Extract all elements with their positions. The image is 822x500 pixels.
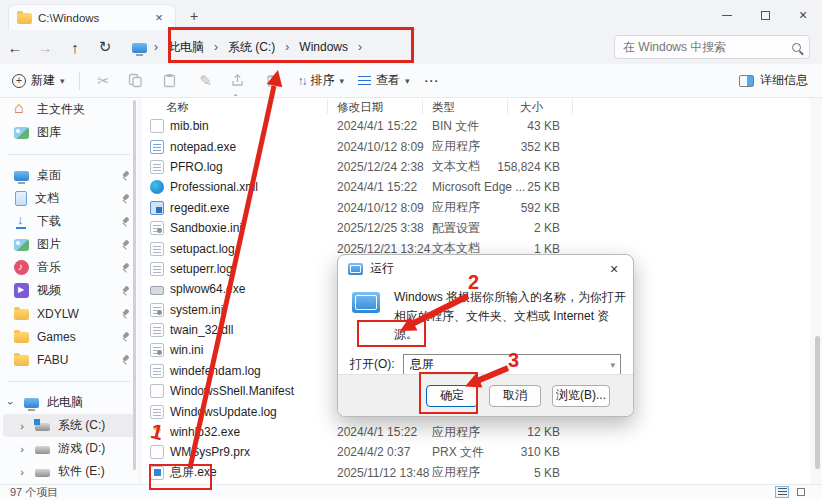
breadcrumb-windows[interactable]: Windows xyxy=(296,39,351,55)
open-combobox[interactable]: ▾ xyxy=(403,354,621,376)
file-size: 310 KB xyxy=(472,445,560,459)
sidebar-item-xdylw[interactable]: XDYLW xyxy=(0,302,138,325)
more-button[interactable]: ⋯ xyxy=(424,72,440,90)
sidebar-item-label: 桌面 xyxy=(37,167,112,184)
sidebar-item-home[interactable]: 主文件夹 xyxy=(0,98,138,121)
view-button[interactable]: 查看 ▾ xyxy=(358,72,410,89)
chevron-collapsed-icon[interactable]: › xyxy=(17,466,27,478)
search-box[interactable] xyxy=(614,35,810,59)
up-button[interactable]: ↑ xyxy=(60,39,90,56)
column-name[interactable]: 名称 xyxy=(166,100,189,115)
pin-icon xyxy=(120,193,130,204)
cut-icon[interactable]: ✂ xyxy=(94,72,114,90)
divider xyxy=(79,72,80,90)
column-divider[interactable] xyxy=(422,100,423,114)
sidebar-item-gallery[interactable]: 图库 xyxy=(0,121,138,144)
sidebar-item-drive-c[interactable]: ›系统 (C:) xyxy=(3,414,135,437)
file-icon xyxy=(150,445,164,459)
table-row[interactable]: WMSysPr9.prx2024/4/2 0:37PRX 文件310 KB xyxy=(142,442,810,462)
tab-title: C:\Windows xyxy=(38,12,145,24)
maximize-icon xyxy=(761,11,770,20)
sidebar-item-drive-e[interactable]: ›软件 (E:) xyxy=(0,460,138,483)
tab-cwindows[interactable]: C:\Windows × xyxy=(8,4,176,30)
sort-button[interactable]: ↑↓ 排序 ▾ xyxy=(298,72,345,89)
minimize-button[interactable] xyxy=(708,0,746,30)
open-input[interactable] xyxy=(404,358,611,372)
thumbnail-view-icon xyxy=(797,488,805,496)
scrollbar-thumb[interactable] xyxy=(815,336,820,469)
rename-icon[interactable]: ✎ xyxy=(196,72,216,90)
details-toggle[interactable]: 详细信息 xyxy=(739,72,808,89)
breadcrumb-this-pc[interactable]: 此电脑 xyxy=(165,38,207,57)
breadcrumb-drive-c[interactable]: 系统 (C:) xyxy=(225,38,278,57)
details-view-button[interactable] xyxy=(775,486,789,498)
paste-icon[interactable] xyxy=(162,73,182,88)
folder-icon xyxy=(14,332,29,343)
details-label: 详细信息 xyxy=(760,72,808,89)
file-name: system.ini xyxy=(170,303,223,317)
table-row[interactable]: regedit.exe2024/10/12 8:09应用程序592 KB xyxy=(142,198,810,218)
sidebar-item-label: 图片 xyxy=(37,236,112,253)
sidebar-item-fabu[interactable]: FABU xyxy=(0,348,138,371)
ok-button[interactable]: 确定 xyxy=(426,385,478,407)
copy-icon[interactable] xyxy=(128,73,148,88)
sidebar-item-music[interactable]: 音乐 xyxy=(0,256,138,279)
refresh-button[interactable]: ↻ xyxy=(90,38,120,56)
column-divider[interactable] xyxy=(507,100,508,114)
search-input[interactable] xyxy=(623,40,792,54)
sidebar-scrollbar[interactable] xyxy=(133,100,136,470)
file-name: regedit.exe xyxy=(170,201,229,215)
column-date[interactable]: 修改日期 xyxy=(337,100,383,115)
file-date: 2024/4/1 15:22 xyxy=(337,180,417,194)
new-tab-button[interactable]: + xyxy=(184,6,204,26)
new-button[interactable]: + 新建 ▾ xyxy=(12,72,65,89)
table-row[interactable]: Sandboxie.ini2025/12/25 3:38配置设置2 KB xyxy=(142,218,810,238)
tab-close-icon[interactable]: × xyxy=(151,10,167,25)
maximize-button[interactable] xyxy=(746,0,784,30)
file-name: splwow64.exe xyxy=(170,282,245,296)
table-row-xiping[interactable]: 息屏.exe2025/11/12 13:48应用程序5 KB xyxy=(142,463,810,483)
file-icon xyxy=(150,384,164,398)
sidebar-item-desktop[interactable]: 桌面 xyxy=(0,164,138,187)
delete-icon[interactable] xyxy=(264,73,284,88)
share-icon[interactable] xyxy=(230,73,250,88)
sidebar-item-downloads[interactable]: 下载 xyxy=(0,210,138,233)
tab-bar: C:\Windows × + × xyxy=(0,0,822,30)
forward-button[interactable]: → xyxy=(30,39,60,56)
chevron-right-icon[interactable]: › xyxy=(353,40,367,54)
chevron-down-icon[interactable]: ▾ xyxy=(610,360,620,370)
dialog-close-button[interactable]: × xyxy=(605,261,623,277)
sidebar-item-documents[interactable]: 文档 xyxy=(0,187,138,210)
view-icon xyxy=(358,76,371,86)
chevron-expanded-icon[interactable]: › xyxy=(5,398,17,408)
address-bar: ← → ↑ ↻ › 此电脑 › 系统 (C:) › Windows › xyxy=(0,30,822,64)
chevron-right-icon[interactable]: › xyxy=(280,40,294,54)
table-row[interactable]: winhlp32.exe2024/4/1 15:22应用程序12 KB xyxy=(142,422,810,442)
chevron-right-icon[interactable]: › xyxy=(209,40,223,54)
chevron-collapsed-icon[interactable]: › xyxy=(17,443,27,455)
file-name: WindowsUpdate.log xyxy=(170,405,277,419)
column-divider[interactable] xyxy=(572,100,573,114)
scrollbar[interactable] xyxy=(815,100,820,480)
sidebar-item-videos[interactable]: 视频 xyxy=(0,279,138,302)
back-button[interactable]: ← xyxy=(0,39,30,56)
large-icons-view-button[interactable] xyxy=(794,486,808,498)
table-row[interactable]: notepad.exe2024/10/12 8:09应用程序352 KB xyxy=(142,136,810,156)
run-dialog-titlebar[interactable]: 运行 × xyxy=(338,255,633,282)
cancel-button[interactable]: 取消 xyxy=(489,385,541,407)
table-row[interactable]: mib.bin2024/4/1 15:22BIN 文件43 KB xyxy=(142,116,810,136)
table-row[interactable]: Professional.xml2024/4/1 15:22Microsoft … xyxy=(142,177,810,197)
browse-button[interactable]: 浏览(B)... xyxy=(552,385,610,407)
column-divider[interactable] xyxy=(327,100,328,114)
chevron-collapsed-icon[interactable]: › xyxy=(17,420,27,432)
column-type[interactable]: 类型 xyxy=(432,100,455,115)
sidebar-item-drive-d[interactable]: ›游戏 (D:) xyxy=(0,437,138,460)
sidebar-item-games[interactable]: Games xyxy=(0,325,138,348)
table-row[interactable]: PFRO.log2025/12/24 2:38文本文档158,824 KB xyxy=(142,157,810,177)
file-date: 2024/4/2 0:37 xyxy=(337,445,410,459)
column-size[interactable]: 大小 xyxy=(520,100,543,115)
close-button[interactable]: × xyxy=(784,0,822,30)
sidebar-item-pictures[interactable]: 图片 xyxy=(0,233,138,256)
sidebar-item-this-pc[interactable]: ›此电脑 xyxy=(0,391,138,414)
view-label: 查看 xyxy=(376,72,400,89)
